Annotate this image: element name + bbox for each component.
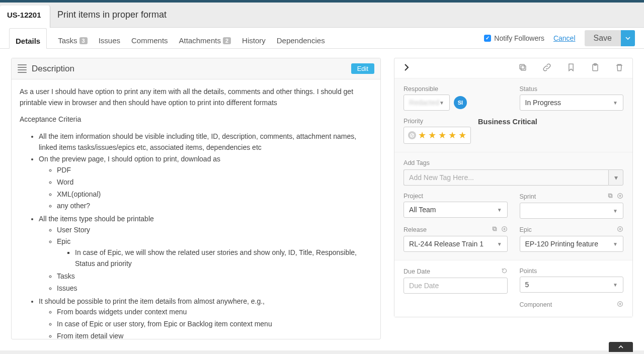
bookmark-icon[interactable]: [566, 62, 576, 74]
star-icon: ★: [418, 130, 426, 141]
sprint-field: Sprint ▼: [520, 193, 623, 219]
star-icon: ★: [448, 130, 456, 141]
responsible-label: Responsible: [404, 85, 507, 93]
list-item: From boards widgets under context menu: [57, 307, 372, 318]
save-button[interactable]: Save: [585, 30, 621, 46]
trash-icon[interactable]: [614, 62, 624, 74]
copy-icon[interactable]: [518, 62, 528, 74]
sprint-select[interactable]: ▼: [520, 203, 623, 219]
side-section-main: Responsible Redacted ▼ SI Status In Prog…: [394, 78, 632, 152]
status-label: Status: [520, 85, 623, 93]
tag-dropdown[interactable]: ▾: [608, 169, 623, 186]
chevron-down-icon: ▼: [497, 241, 502, 247]
release-label: Release: [404, 226, 507, 234]
tab-attachments[interactable]: Attachments 2: [179, 28, 231, 48]
tab-issues[interactable]: Issues: [99, 28, 120, 48]
tags-label: Add Tags: [404, 159, 623, 166]
status-select[interactable]: In Progress ▼: [520, 95, 623, 111]
epic-label: Epic: [520, 226, 623, 234]
tab-row-actions: Notify Followers Cancel Save: [484, 30, 635, 46]
body: Description Edit As a user I should have…: [0, 49, 644, 350]
status-field: Status In Progress ▼: [520, 85, 623, 111]
hamburger-icon[interactable]: [18, 64, 27, 73]
list-item: In case of Epic or user story, from Epic…: [57, 319, 372, 330]
ticket-title: Print items in proper format: [57, 10, 167, 20]
notify-checkbox[interactable]: [484, 35, 491, 42]
tab-row: Details Tasks 3 Issues Comments Attachme…: [0, 28, 644, 49]
epic-select[interactable]: EP-120 Printing feature ▼: [520, 236, 623, 252]
side-section-misc: Due Date Due Date Points 5 ▼: [394, 260, 632, 317]
chevron-up-icon: [618, 344, 624, 350]
priority-select[interactable]: ★ ★ ★ ★ ★: [404, 127, 471, 144]
save-dropdown[interactable]: [621, 30, 635, 46]
desc-paragraph: As a user I should have option to print …: [20, 86, 372, 108]
epic-field: Epic EP-120 Printing feature ▼: [520, 226, 623, 252]
expand-button[interactable]: [403, 63, 411, 73]
points-select[interactable]: 5 ▼: [520, 277, 623, 293]
copy-icon[interactable]: [607, 193, 614, 201]
tab-details[interactable]: Details: [9, 28, 47, 49]
edit-button[interactable]: Edit: [351, 63, 374, 74]
list-item: any other?: [57, 201, 372, 212]
tasks-badge: 3: [79, 37, 88, 44]
copy-icon[interactable]: [492, 226, 498, 234]
due-date-field: Due Date Due Date: [404, 268, 507, 294]
star-icon: ★: [428, 130, 436, 141]
list-item: In case of Epic, we will show the relate…: [75, 247, 372, 269]
priority-label: Priority: [404, 118, 471, 125]
svg-rect-1: [520, 64, 524, 69]
tab-comments[interactable]: Comments: [131, 28, 168, 48]
add-icon[interactable]: [501, 226, 508, 234]
svg-rect-0: [521, 66, 526, 70]
tab-tasks[interactable]: Tasks 3: [58, 28, 87, 48]
svg-rect-8: [493, 227, 496, 230]
chevron-down-icon: ▼: [439, 100, 444, 106]
list-item: Word: [57, 177, 372, 188]
notify-followers[interactable]: Notify Followers: [484, 34, 544, 42]
svg-rect-5: [608, 194, 611, 197]
side-actions: [518, 62, 624, 74]
avatar: SI: [454, 96, 467, 109]
responsible-select[interactable]: Redacted ▼: [404, 95, 450, 111]
clipboard-icon[interactable]: [590, 62, 600, 74]
list-item: On the preview page, I should option to …: [39, 154, 372, 211]
description-header: Description Edit: [12, 58, 380, 79]
ticket-window: US-12201 Print items in proper format De…: [0, 0, 644, 350]
description-panel: Description Edit As a user I should have…: [11, 58, 381, 339]
header-bar: US-12201 Print items in proper format: [0, 3, 644, 28]
list-item: Epic In case of Epic, we will show the r…: [57, 236, 372, 269]
save-split-button: Save: [585, 30, 635, 46]
component-field: Component: [520, 301, 623, 309]
description-body: As a user I should have option to print …: [12, 79, 380, 339]
bottom-tray-toggle[interactable]: [609, 342, 633, 352]
list-item: Tasks: [57, 271, 372, 282]
chevron-down-icon: ▼: [613, 208, 618, 214]
points-label: Points: [520, 268, 623, 275]
chevron-down-icon: ▾: [614, 173, 618, 182]
cancel-link[interactable]: Cancel: [553, 34, 576, 42]
link-icon[interactable]: [542, 62, 552, 74]
side-section-relations: Add Tags Add New Tag Here... ▾ Project A…: [394, 152, 632, 260]
due-date-input[interactable]: Due Date: [404, 278, 507, 294]
chevron-down-icon: ▼: [613, 100, 618, 106]
attachments-badge: 2: [223, 37, 231, 44]
svg-rect-7: [494, 228, 497, 231]
component-label: Component: [520, 301, 623, 309]
notify-label: Notify Followers: [494, 34, 544, 42]
add-icon[interactable]: [617, 193, 623, 201]
reset-icon[interactable]: [501, 268, 508, 276]
release-select[interactable]: RL-244 Release Train 1 ▼: [404, 236, 507, 252]
tab-dependencies[interactable]: Dependencies: [277, 28, 325, 48]
add-icon[interactable]: [617, 226, 623, 234]
star-icon: ★: [438, 130, 446, 141]
tab-history[interactable]: History: [242, 28, 266, 48]
ticket-id-tab[interactable]: US-12201: [0, 6, 50, 28]
project-select[interactable]: All Team ▼: [404, 202, 507, 218]
add-icon[interactable]: [617, 301, 623, 309]
project-label: Project: [404, 193, 507, 200]
list-item: From item detail view: [57, 331, 372, 339]
chevron-down-icon: [625, 36, 630, 41]
tag-input[interactable]: Add New Tag Here...: [404, 169, 608, 186]
chevron-down-icon: ▼: [613, 282, 618, 288]
points-field: Points 5 ▼: [520, 268, 623, 294]
